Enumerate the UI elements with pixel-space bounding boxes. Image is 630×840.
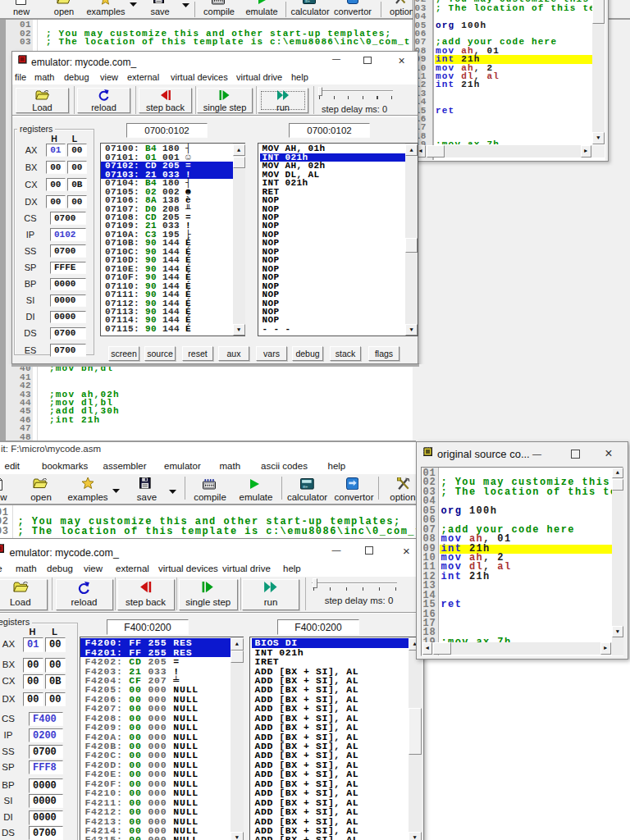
svg-text:m+: m+ xyxy=(303,485,308,490)
svg-text:m+: m+ xyxy=(305,0,310,4)
